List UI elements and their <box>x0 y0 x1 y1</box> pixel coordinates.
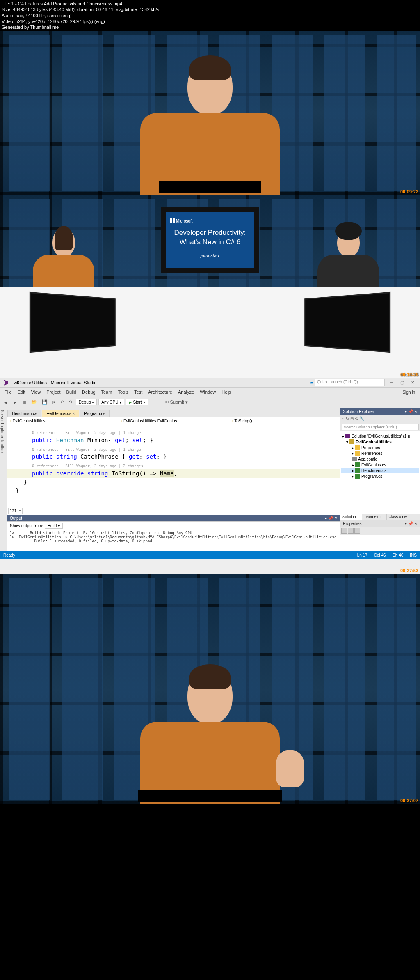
close-button[interactable]: ✕ <box>408 379 418 386</box>
presentation-screen: Microsoft Developer Productivity: What's… <box>161 207 259 273</box>
tree-project[interactable]: ▾EvilGeniusUtilities <box>341 439 419 445</box>
code-editor[interactable]: 0 references | Bill Wagner, 2 days ago |… <box>7 425 340 515</box>
editor-nav-bar: EvilGeniusUtilities EvilGeniusUtilities.… <box>7 417 340 425</box>
tab-program[interactable]: Program.cs <box>80 410 110 417</box>
sln-sync-icon[interactable]: ⟲ <box>355 416 358 421</box>
tree-references[interactable]: ▸References <box>341 450 419 456</box>
right-panel: Solution Explorer ▾ 📌 ✕ ⌂ ↻ ⊟ ⟲ 🔧 Search… <box>340 408 420 551</box>
meta-audio: Audio: aac, 44100 Hz, stereo (eng) <box>2 13 418 18</box>
frame-timestamp: 00:37:07 <box>400 798 418 803</box>
output-source-dropdown[interactable]: Build ▾ <box>45 523 63 529</box>
save-all-button[interactable]: ⎘ <box>51 399 57 406</box>
nav-project-dropdown[interactable]: EvilGeniusUtilities <box>7 417 118 425</box>
tree-henchman-cs[interactable]: ▸Henchman.cs <box>341 468 419 473</box>
sign-in-link[interactable]: Sign in <box>402 390 418 395</box>
frame-timestamp: 00:09:22 <box>400 189 418 194</box>
menu-file[interactable]: File <box>2 389 15 395</box>
frame-timestamp: 00:27:53 <box>400 568 418 573</box>
meta-size: Size: 464934013 bytes (443.40 MiB), dura… <box>2 7 418 12</box>
output-panel: Output ▾ 📌 ✕ Show output from: Build ▾ 1… <box>7 515 340 551</box>
code-line-catchphrase: public string CatchPhrase { get; set; } <box>32 452 332 461</box>
tree-solution-root[interactable]: ▸Solution 'EvilGeniusUtilities' (1 p <box>341 433 419 439</box>
solution-explorer-header[interactable]: Solution Explorer ▾ 📌 ✕ <box>340 408 420 415</box>
menu-window[interactable]: Window <box>197 389 219 395</box>
thumbnail-frame-1: 00:09:22 <box>0 31 420 195</box>
output-pin-icon[interactable]: ▾ 📌 ✕ <box>325 516 338 521</box>
menu-edit[interactable]: Edit <box>15 389 28 395</box>
tab-henchman[interactable]: Henchman.cs <box>7 410 41 417</box>
menu-architecture[interactable]: Architecture <box>145 389 175 395</box>
nav-back-button[interactable]: ◄ <box>2 399 9 406</box>
sln-collapse-icon[interactable]: ⊟ <box>350 416 354 421</box>
zoom-level[interactable]: 121 % <box>8 508 23 514</box>
presentation-footer: jumpstart <box>170 253 250 258</box>
vs-titlebar[interactable]: EvilGeniusUtilities - Microsoft Visual S… <box>0 378 420 388</box>
menu-tools[interactable]: Tools <box>115 389 131 395</box>
output-text[interactable]: 1>------ Build started: Project: EvilGen… <box>7 530 340 551</box>
tree-properties[interactable]: ▸Properties <box>341 445 419 450</box>
code-brace-close-1: } <box>24 478 332 487</box>
codelens-1[interactable]: 0 references | Bill Wagner, 2 days ago |… <box>32 430 332 436</box>
status-ins: INS <box>410 553 417 558</box>
properties-toolbar <box>340 527 420 535</box>
left-tool-strip[interactable]: Server Explorer Toolbox <box>0 408 7 551</box>
nav-forward-button[interactable]: ► <box>11 399 19 406</box>
menu-debug[interactable]: Debug <box>79 389 98 395</box>
menu-team[interactable]: Team <box>98 389 115 395</box>
save-button[interactable]: 💾 <box>40 399 49 406</box>
file-metadata: File: 1 - C# Features Add Productivity a… <box>0 0 420 31</box>
solution-search-input[interactable]: Search Solution Explorer (Ctrl+;) <box>342 424 419 430</box>
menu-build[interactable]: Build <box>64 389 79 395</box>
microsoft-logo: Microsoft <box>170 218 250 223</box>
platform-dropdown[interactable]: Any CPU▾ <box>98 399 124 405</box>
submit-button[interactable]: ✉ Submit ▾ <box>164 399 189 406</box>
notification-icon[interactable]: ▰ <box>310 380 313 385</box>
status-ch: Ch 46 <box>393 553 404 558</box>
menu-project[interactable]: Project <box>43 389 63 395</box>
frame-timestamp: 00:18:35 <box>400 372 418 377</box>
tab-class-view[interactable]: Class View <box>387 514 409 520</box>
presentation-title-line2: What's New in C# 6 <box>170 238 250 247</box>
tree-appconfig[interactable]: App.config <box>341 456 419 462</box>
window-title: EvilGeniusUtilities - Microsoft Visual S… <box>11 380 96 385</box>
properties-panel: Properties ▾ 📌 ✕ <box>340 520 420 551</box>
quick-launch-input[interactable]: Quick Launch (Ctrl+Q) <box>315 379 385 386</box>
thumbnail-frame-4: 00:37:07 <box>0 574 420 804</box>
menu-help[interactable]: Help <box>219 389 234 395</box>
sln-props-icon[interactable]: 🔧 <box>359 416 364 421</box>
tree-program-cs[interactable]: ▸Program.cs <box>341 473 419 479</box>
tab-evilgenius-active[interactable]: EvilGenius.cs <box>42 410 79 417</box>
maximize-button[interactable]: ▢ <box>397 379 407 386</box>
vs-toolbar: ◄ ► ▦ 📂 💾 ⎘ ↶ ↷ Debug▾ Any CPU▾ Start▾ ✉… <box>0 397 420 408</box>
menu-view[interactable]: View <box>28 389 44 395</box>
properties-body[interactable] <box>340 535 420 551</box>
solution-tree[interactable]: ▸Solution 'EvilGeniusUtilities' (1 p ▾Ev… <box>340 431 420 514</box>
undo-button[interactable]: ↶ <box>59 399 66 406</box>
codelens-3[interactable]: 0 references | Bill Wagner, 3 days ago |… <box>32 464 332 469</box>
properties-title: Properties <box>343 521 362 526</box>
open-file-button[interactable]: 📂 <box>30 399 39 406</box>
start-debug-button[interactable]: Start▾ <box>126 399 148 405</box>
output-show-from-label: Show output from: <box>10 523 43 528</box>
tab-solution-explorer[interactable]: Solution… <box>340 514 362 520</box>
config-dropdown[interactable]: Debug▾ <box>76 399 97 405</box>
meta-video: Video: h264, yuv420p, 1280x720, 29.97 fp… <box>2 18 418 24</box>
minimize-button[interactable]: ─ <box>386 379 396 386</box>
codelens-2[interactable]: 0 references | Bill Wagner, 3 days ago |… <box>32 447 332 453</box>
menu-test[interactable]: Test <box>131 389 145 395</box>
tab-team-explorer[interactable]: Team Exp… <box>362 514 387 520</box>
new-project-button[interactable]: ▦ <box>21 399 28 406</box>
document-tabs: Henchman.cs EvilGenius.cs Program.cs <box>7 408 340 417</box>
tree-evilgenius-cs[interactable]: ▸EvilGenius.cs <box>341 462 419 468</box>
sln-home-icon[interactable]: ⌂ <box>342 416 345 421</box>
presentation-title-line1: Developer Productivity: <box>170 228 250 237</box>
thumbnail-frame-3-visualstudio: EvilGeniusUtilities - Microsoft Visual S… <box>0 378 420 574</box>
nav-class-dropdown[interactable]: EvilGeniusUtilities.EvilGenius <box>118 417 229 425</box>
menu-analyze[interactable]: Analyze <box>175 389 197 395</box>
redo-button[interactable]: ↷ <box>67 399 74 406</box>
vs-statusbar: Ready Ln 17 Col 46 Ch 46 INS <box>0 551 420 559</box>
nav-member-dropdown[interactable]: ToString() <box>229 417 340 425</box>
properties-pin-icon[interactable]: ▾ 📌 ✕ <box>405 521 418 526</box>
code-line-tostring: public override string ToString() => Nam… <box>7 469 340 478</box>
sln-refresh-icon[interactable]: ↻ <box>346 416 349 421</box>
